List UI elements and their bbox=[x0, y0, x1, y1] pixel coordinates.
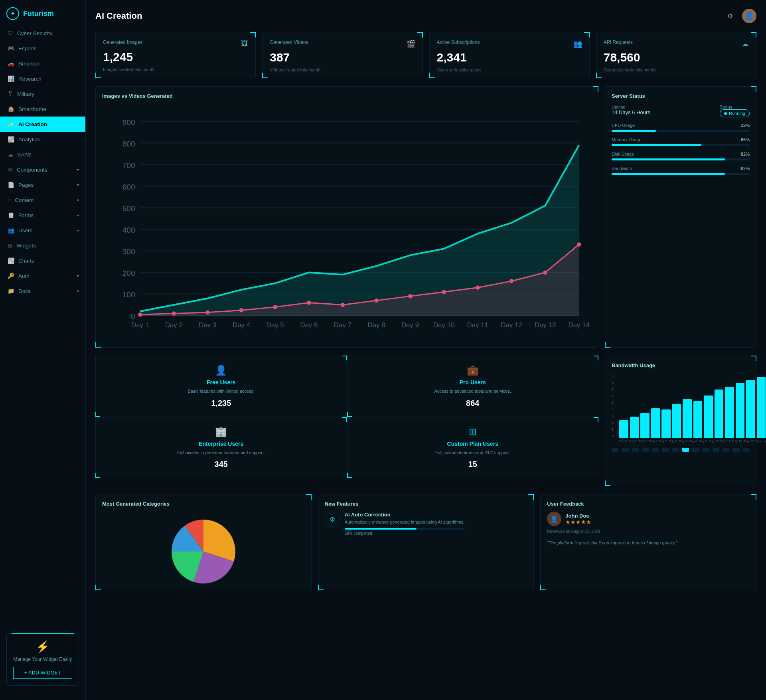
sidebar-item-components[interactable]: ⚙ Components ▾ bbox=[0, 162, 85, 177]
sidebar-item-analytics[interactable]: 📈 Analytics bbox=[0, 132, 85, 147]
swatch-10 bbox=[713, 448, 719, 452]
server-meta: Uptime 14 Days 6 Hours Status Running bbox=[612, 105, 750, 117]
stat-value-3: 78,560 bbox=[604, 51, 749, 64]
swatch-13 bbox=[743, 448, 750, 452]
sidebar-item-charts[interactable]: 📉 Charts bbox=[0, 253, 85, 268]
bar-label-6: Day 7 bbox=[679, 439, 687, 443]
bar-y-label: 1 bbox=[612, 427, 614, 431]
bar-y-axis: 0123456789 bbox=[612, 374, 615, 438]
pages-icon: 📄 bbox=[8, 182, 14, 188]
server-status-title: Server Status bbox=[612, 93, 750, 99]
sidebar-item-smartcar[interactable]: 🚗 Smartcar bbox=[0, 56, 85, 71]
sidebar-item-pages[interactable]: 📄 Pages ▾ bbox=[0, 177, 85, 192]
sidebar-item-military[interactable]: 🎖 Military bbox=[0, 86, 85, 101]
chevron-icon: ▾ bbox=[77, 289, 79, 293]
bar-y-label: 8 bbox=[612, 381, 614, 385]
components-label: Components bbox=[17, 167, 47, 173]
settings-button[interactable]: ⚙ bbox=[723, 9, 737, 23]
chevron-icon: ▾ bbox=[77, 183, 79, 187]
bandwidth-card: Bandwidth Usage 0123456789 Day 1Day 2Day… bbox=[605, 356, 756, 486]
saas-icon: ☁ bbox=[8, 151, 13, 158]
svg-point-40 bbox=[341, 303, 345, 307]
svg-text:Day 13: Day 13 bbox=[535, 321, 556, 329]
svg-text:0: 0 bbox=[131, 312, 135, 320]
svg-text:Day 10: Day 10 bbox=[433, 321, 455, 329]
stat-card-2: Active Subscriptions 👥 2,341 Users with … bbox=[429, 32, 590, 78]
bar-col-3 bbox=[651, 408, 660, 438]
bandwidth-chart-wrap: 0123456789 Day 1Day 2Day 3Day 4Day 5Day … bbox=[612, 374, 750, 443]
sidebar-item-users[interactable]: 👥 Users ▾ bbox=[0, 223, 85, 238]
bar-col-5 bbox=[672, 404, 681, 438]
bar-y-label: 3 bbox=[612, 414, 614, 418]
bar-label-2: Day 3 bbox=[639, 439, 648, 443]
feature-pct: 60% completed bbox=[345, 531, 465, 536]
stat-card-1: Generated Videos 🎬 387 Videos created th… bbox=[262, 32, 422, 78]
page-title: AI Creation bbox=[95, 11, 142, 21]
bar-label-1: Day 2 bbox=[629, 439, 638, 443]
swatch-9 bbox=[703, 448, 709, 452]
research-icon: 📊 bbox=[8, 75, 14, 82]
widget-box: ⚡ Manage Your Widget Easily + ADD WIDGET bbox=[6, 633, 79, 686]
sidebar-item-saas[interactable]: ☁ SAAS bbox=[0, 147, 85, 162]
main-header: AI Creation ⚙ 👤 bbox=[95, 9, 756, 23]
bar-col-8 bbox=[704, 395, 713, 438]
swatch-12 bbox=[732, 448, 739, 452]
sidebar-item-content[interactable]: ≡ Content ▾ bbox=[0, 192, 85, 208]
sidebar-item-docs[interactable]: 📁 Docs ▾ bbox=[0, 283, 85, 299]
sidebar-item-smarthome[interactable]: 🏠 Smarthome bbox=[0, 101, 85, 117]
svg-text:Day 7: Day 7 bbox=[334, 321, 351, 329]
bandwidth-title: Bandwidth Usage bbox=[612, 362, 750, 368]
status-value: Running bbox=[729, 111, 745, 116]
cyber-security-label: Cyber Security bbox=[17, 30, 53, 36]
svg-point-39 bbox=[307, 301, 311, 305]
docs-icon: 📁 bbox=[8, 288, 14, 294]
svg-text:300: 300 bbox=[122, 247, 135, 256]
status-dot bbox=[724, 112, 727, 115]
status-badge: Running bbox=[720, 109, 750, 117]
add-widget-button[interactable]: + ADD WIDGET bbox=[13, 667, 72, 679]
swatch-0 bbox=[612, 448, 618, 452]
svg-point-46 bbox=[543, 270, 547, 275]
military-label: Military bbox=[17, 91, 34, 97]
sidebar-item-research[interactable]: 📊 Research bbox=[0, 71, 85, 86]
swatch-5 bbox=[662, 448, 669, 452]
sidebar-item-forms[interactable]: 📋 Forms ▾ bbox=[0, 208, 85, 223]
sidebar-item-cyber-security[interactable]: 🛡 Cyber Security bbox=[0, 26, 85, 41]
components-icon: ⚙ bbox=[8, 166, 13, 173]
sidebar-item-widgets[interactable]: ⊞ Widgets bbox=[0, 238, 85, 253]
swatch-11 bbox=[723, 448, 729, 452]
metric-disk-usage: Disk Usage 82% bbox=[612, 152, 750, 160]
charts-icon: 📉 bbox=[8, 257, 14, 264]
sidebar-item-ai-creation[interactable]: ✨ AI Creation bbox=[0, 117, 85, 132]
new-features-title: New Features bbox=[325, 501, 527, 507]
docs-label: Docs bbox=[18, 288, 31, 294]
feature-title: AI Auto Correction bbox=[345, 512, 465, 518]
uptime-label: Uptime bbox=[612, 105, 650, 109]
analytics-label: Analytics bbox=[18, 136, 40, 142]
sidebar-item-esports[interactable]: 🎮 Esports bbox=[0, 41, 85, 56]
bar-col-11 bbox=[736, 383, 745, 438]
widgets-icon: ⊞ bbox=[8, 242, 12, 249]
avatar: 👤 bbox=[742, 9, 756, 23]
content-icon: ≡ bbox=[8, 197, 11, 203]
widget-icon: ⚡ bbox=[13, 640, 72, 653]
swatch-8 bbox=[692, 448, 699, 452]
saas-label: SAAS bbox=[17, 152, 32, 158]
swatch-6 bbox=[672, 448, 679, 452]
sidebar-item-auth[interactable]: 🔑 Auth ▾ bbox=[0, 268, 85, 283]
feature-item: ⚙ AI Auto Correction Automatically enhan… bbox=[325, 512, 527, 535]
svg-point-37 bbox=[239, 308, 244, 312]
swatch-7 bbox=[682, 448, 689, 452]
charts-label: Charts bbox=[18, 258, 34, 264]
svg-text:900: 900 bbox=[122, 118, 135, 127]
svg-point-35 bbox=[172, 311, 176, 316]
svg-text:Day 1: Day 1 bbox=[131, 321, 149, 329]
swatch-1 bbox=[622, 448, 628, 452]
bar-y-label: 5 bbox=[612, 401, 614, 405]
stat-value-2: 2,341 bbox=[437, 51, 582, 64]
svg-text:400: 400 bbox=[122, 226, 135, 234]
stat-card-3: API Requests ☁ 78,560 Requests made this… bbox=[596, 32, 756, 78]
chevron-icon: ▾ bbox=[77, 228, 79, 233]
bar-label-13: Day 14 bbox=[756, 439, 766, 443]
military-icon: 🎖 bbox=[8, 91, 13, 97]
